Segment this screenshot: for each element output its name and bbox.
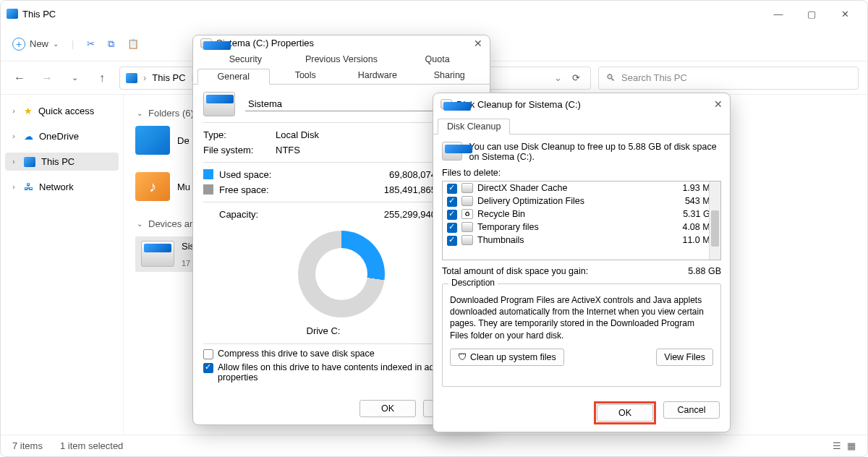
tab-general[interactable]: General	[197, 69, 270, 85]
shield-icon: 🛡	[458, 352, 467, 362]
maximize-button[interactable]: ▢	[795, 2, 828, 25]
cloud-icon: ☁	[24, 131, 33, 142]
sidebar-item-quick-access[interactable]: ›★Quick access	[5, 102, 119, 120]
disk-cleanup-dialog: Disk Cleanup for Sistema (C:) ✕ Disk Cle…	[433, 93, 731, 432]
list-item[interactable]: DirectX Shader Cache1.93 MB	[443, 181, 720, 195]
folder-item[interactable]: ♪Mu	[135, 172, 190, 201]
intro-text: You can use Disk Cleanup to free up to 5…	[469, 142, 721, 162]
filesystem-value: NTFS	[276, 145, 300, 155]
tabs: Disk Cleanup	[433, 115, 730, 134]
usage-pie-chart	[298, 231, 385, 317]
drive-label: Drive C:	[203, 325, 443, 336]
folder-item[interactable]: De	[135, 126, 190, 155]
tab-security[interactable]: Security	[197, 52, 294, 67]
item-count: 7 items	[12, 440, 43, 451]
file-icon	[461, 183, 473, 193]
new-button[interactable]: + New ⌄	[12, 38, 59, 51]
titlebar: This PC — ▢ ✕	[1, 1, 867, 27]
back-button[interactable]: ←	[9, 72, 30, 85]
sidebar-item-network[interactable]: ›🖧Network	[5, 178, 119, 196]
chevron-down-icon: ⌄	[53, 40, 59, 48]
close-button[interactable]: ✕	[474, 38, 482, 49]
copy-icon[interactable]: ⧉	[108, 38, 114, 50]
total-value: 5.88 GB	[688, 266, 721, 276]
view-files-button[interactable]: View Files	[656, 349, 713, 366]
up-button[interactable]: ↑	[92, 72, 112, 85]
search-input[interactable]: 🔍︎ Search This PC	[598, 67, 859, 90]
icons-view-button[interactable]: ▦	[847, 440, 856, 451]
files-to-delete-label: Files to delete:	[442, 168, 721, 178]
chevron-down-icon[interactable]: ⌄	[64, 73, 85, 82]
plus-icon: +	[12, 38, 25, 51]
tab-previous-versions[interactable]: Previous Versions	[294, 52, 390, 67]
close-button[interactable]: ✕	[828, 2, 861, 25]
ok-button[interactable]: OK	[597, 404, 653, 422]
sidebar-item-onedrive[interactable]: ›☁OneDrive	[5, 127, 119, 145]
search-icon: 🔍︎	[606, 72, 616, 83]
folder-icon: ♪	[135, 172, 170, 201]
thispc-icon	[126, 73, 137, 83]
cut-icon[interactable]: ✂	[87, 38, 95, 49]
clean-system-files-button[interactable]: 🛡Clean up system files	[450, 349, 564, 366]
tab-disk-cleanup[interactable]: Disk Cleanup	[438, 119, 510, 134]
file-icon	[461, 235, 473, 245]
description-box: Description Downloaded Program Files are…	[442, 283, 721, 387]
window-title: This PC	[22, 9, 56, 20]
tabs-row-1: Security Previous Versions Quota	[193, 51, 490, 67]
tabs-row-2: General Tools Hardware Sharing	[193, 67, 490, 85]
ok-button[interactable]: OK	[359, 400, 416, 417]
selection-count: 1 item selected	[60, 440, 123, 451]
drive-icon	[141, 241, 174, 267]
recycle-bin-icon: ♻	[461, 209, 473, 219]
sidebar-item-thispc[interactable]: ›This PC	[5, 153, 119, 171]
tab-sharing[interactable]: Sharing	[414, 68, 486, 84]
star-icon: ★	[24, 106, 33, 116]
status-bar: 7 items 1 item selected ☰ ▦	[1, 435, 867, 456]
refresh-button[interactable]: ⟳	[568, 72, 584, 83]
close-button[interactable]: ✕	[714, 98, 723, 110]
forward-button[interactable]: →	[37, 72, 57, 85]
type-value: Local Disk	[276, 129, 319, 140]
list-item[interactable]: ♻Recycle Bin5.31 GB	[443, 208, 720, 221]
network-icon: 🖧	[24, 181, 33, 192]
drive-icon	[203, 92, 235, 116]
used-color-icon	[203, 169, 213, 179]
drive-icon	[442, 142, 462, 161]
dialog-titlebar: Disk Cleanup for Sistema (C:) ✕	[433, 93, 730, 115]
drive-icon	[200, 38, 212, 48]
total-label: Total amount of disk space you gain:	[442, 266, 588, 276]
thispc-icon	[7, 9, 18, 19]
dialog-title: Disk Cleanup for Sistema (C:)	[456, 99, 581, 110]
description-text: Downloaded Program Files are ActiveX con…	[450, 294, 713, 341]
nav-pane: ›★Quick access ›☁OneDrive ›This PC ›🖧Net…	[1, 95, 124, 435]
chevron-down-icon[interactable]: ⌄	[554, 72, 562, 83]
folder-icon	[135, 126, 170, 155]
cancel-button[interactable]: Cancel	[663, 401, 720, 419]
scrollbar[interactable]	[709, 181, 720, 260]
tab-hardware[interactable]: Hardware	[341, 68, 414, 84]
list-item[interactable]: Temporary files4.08 MB	[443, 221, 720, 234]
list-item[interactable]: Delivery Optimization Files543 MB	[443, 195, 720, 208]
minimize-button[interactable]: —	[762, 2, 795, 25]
files-list[interactable]: DirectX Shader Cache1.93 MB Delivery Opt…	[442, 181, 721, 260]
dialog-title: Sistema (C:) Properties	[216, 38, 314, 48]
dialog-titlebar: Sistema (C:) Properties ✕	[193, 35, 490, 51]
details-view-button[interactable]: ☰	[833, 440, 841, 451]
file-icon	[461, 222, 473, 232]
breadcrumb[interactable]: This PC	[152, 72, 185, 83]
drive-icon	[441, 99, 452, 109]
tab-tools[interactable]: Tools	[270, 68, 342, 84]
list-item[interactable]: Thumbnails11.0 MB	[443, 234, 720, 247]
paste-icon[interactable]: 📋	[127, 38, 139, 49]
file-icon	[461, 196, 473, 206]
thispc-icon	[24, 157, 35, 167]
tab-quota[interactable]: Quota	[389, 52, 485, 67]
ok-highlight: OK	[594, 401, 656, 424]
free-color-icon	[203, 184, 213, 195]
